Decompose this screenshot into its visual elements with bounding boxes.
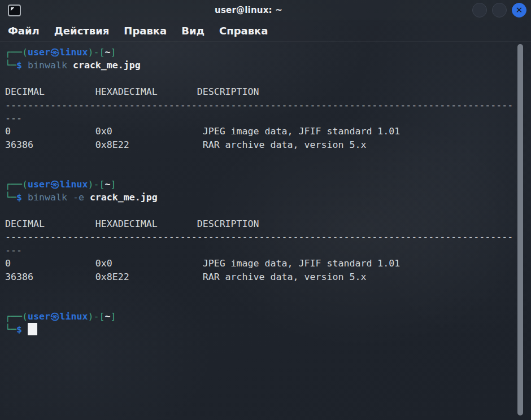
minimize-button[interactable]: [472, 3, 487, 18]
terminal-cursor: [28, 323, 37, 335]
terminal-line: ----------------------------------------…: [5, 99, 516, 112]
terminal-line: 0 0x0 JPEG image data, JFIF standard 1.0…: [5, 125, 516, 138]
terminal-line: 0 0x0 JPEG image data, JFIF standard 1.0…: [5, 257, 516, 270]
menu-edit[interactable]: Правка: [124, 25, 167, 37]
terminal-line: [5, 165, 516, 178]
terminal-window: user@linux: ~ ✕ Файл Действия Правка Вид…: [0, 0, 531, 420]
terminal-line: ---: [5, 244, 516, 257]
terminal-line: 36386 0x8E22 RAR archive data, version 5…: [5, 138, 516, 151]
terminal-line: [5, 204, 516, 217]
terminal-line: [5, 151, 516, 164]
close-icon: ✕: [516, 5, 523, 15]
window-title: user@linux: ~: [0, 0, 497, 20]
menubar: Файл Действия Правка Вид Справка: [0, 20, 531, 42]
terminal-line: [5, 72, 516, 85]
terminal-line: ---: [5, 112, 516, 125]
terminal-line: ┌──(user㉿linux)-[~]: [5, 178, 516, 191]
titlebar[interactable]: user@linux: ~ ✕: [0, 0, 531, 20]
menu-actions[interactable]: Действия: [54, 25, 110, 37]
terminal-line: └─$: [5, 323, 516, 336]
terminal-line: ┌──(user㉿linux)-[~]: [5, 46, 516, 59]
close-button[interactable]: ✕: [512, 3, 526, 18]
window-controls: ✕: [472, 3, 526, 18]
terminal-viewport[interactable]: ┌──(user㉿linux)-[~]└─$ binwalk crack_me.…: [0, 42, 531, 420]
terminal-line: └─$ binwalk crack_me.jpg: [5, 59, 516, 72]
terminal-line: 36386 0x8E22 RAR archive data, version 5…: [5, 270, 516, 283]
scrollbar-thumb[interactable]: [517, 44, 523, 415]
menu-file[interactable]: Файл: [8, 25, 40, 37]
menu-help[interactable]: Справка: [219, 25, 268, 37]
terminal-content: ┌──(user㉿linux)-[~]└─$ binwalk crack_me.…: [5, 46, 516, 336]
maximize-button[interactable]: [492, 3, 507, 18]
scrollbar-track[interactable]: [517, 43, 524, 418]
terminal-line: [5, 283, 516, 296]
terminal-line: DECIMAL HEXADECIMAL DESCRIPTION: [5, 85, 516, 98]
terminal-line: ----------------------------------------…: [5, 230, 516, 243]
terminal-line: ┌──(user㉿linux)-[~]: [5, 310, 516, 323]
terminal-line: [5, 296, 516, 309]
menu-view[interactable]: Вид: [181, 25, 204, 37]
terminal-line: └─$ binwalk -e crack_me.jpg: [5, 191, 516, 204]
terminal-line: DECIMAL HEXADECIMAL DESCRIPTION: [5, 217, 516, 230]
